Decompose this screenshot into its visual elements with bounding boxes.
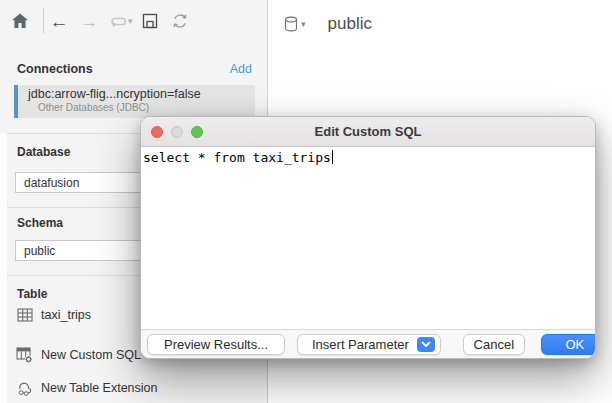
schema-value: public bbox=[24, 244, 55, 258]
back-button[interactable]: ← bbox=[44, 9, 74, 33]
sql-text: select * from taxi_trips bbox=[143, 150, 331, 165]
insert-parameter-menu-button[interactable] bbox=[417, 337, 435, 352]
add-connection-link[interactable]: Add bbox=[230, 62, 252, 76]
redo-icon bbox=[108, 12, 130, 30]
refresh-button[interactable] bbox=[165, 9, 195, 33]
dialog-titlebar[interactable]: Edit Custom SQL bbox=[141, 117, 595, 147]
insert-parameter-label: Insert Parameter bbox=[312, 337, 409, 352]
pane-edge-strip bbox=[0, 133, 7, 403]
traffic-lights bbox=[151, 117, 203, 146]
ok-label: OK bbox=[565, 337, 584, 352]
close-icon[interactable] bbox=[151, 126, 163, 138]
cancel-button[interactable]: Cancel bbox=[463, 334, 525, 355]
back-arrow-icon: ← bbox=[50, 12, 69, 31]
forward-button[interactable]: → bbox=[74, 9, 104, 33]
insert-parameter-button[interactable]: Insert Parameter bbox=[297, 334, 441, 355]
save-button[interactable] bbox=[135, 9, 165, 33]
preview-results-button[interactable]: Preview Results... bbox=[147, 334, 285, 355]
dropdown-caret-icon[interactable]: ▾ bbox=[128, 16, 133, 26]
zoom-icon[interactable] bbox=[191, 126, 203, 138]
preview-results-label: Preview Results... bbox=[164, 337, 268, 352]
table-grid-icon bbox=[16, 306, 33, 323]
new-table-extension[interactable]: New Table Extension bbox=[16, 379, 158, 396]
dialog-button-bar: Preview Results... Insert Parameter Canc… bbox=[141, 329, 595, 358]
table-extension-icon bbox=[16, 379, 33, 396]
forward-arrow-icon: → bbox=[80, 12, 99, 31]
connection-item[interactable]: jdbc:arrow-flig...ncryption=false Other … bbox=[14, 85, 255, 118]
edit-custom-sql-dialog: Edit Custom SQL select * from taxi_trips… bbox=[140, 116, 596, 359]
new-custom-sql-label: New Custom SQL bbox=[41, 348, 141, 362]
chevron-down-icon bbox=[421, 341, 431, 348]
home-icon bbox=[10, 11, 30, 31]
schema-header: ▾ public bbox=[284, 14, 372, 34]
connections-header: Connections Add bbox=[17, 62, 252, 76]
table-item-label: taxi_trips bbox=[41, 308, 91, 322]
table-item-taxi-trips[interactable]: taxi_trips bbox=[16, 306, 91, 323]
save-icon bbox=[141, 12, 159, 30]
database-caret-icon[interactable]: ▾ bbox=[301, 19, 306, 29]
new-custom-sql[interactable]: New Custom SQL bbox=[16, 346, 141, 363]
schema-label: Schema bbox=[17, 216, 63, 230]
minimize-icon[interactable] bbox=[171, 126, 183, 138]
connections-title: Connections bbox=[17, 62, 93, 76]
connection-type: Other Databases (JDBC) bbox=[38, 102, 201, 113]
toolbar: ← → ▾ bbox=[0, 6, 267, 36]
connection-text: jdbc:arrow-flig...ncryption=false Other … bbox=[18, 85, 201, 118]
database-label: Database bbox=[17, 145, 70, 159]
text-cursor bbox=[332, 150, 333, 164]
dialog-title: Edit Custom SQL bbox=[315, 124, 422, 139]
ok-button[interactable]: OK bbox=[541, 334, 596, 355]
schema-header-title: public bbox=[328, 14, 372, 34]
new-table-extension-label: New Table Extension bbox=[41, 381, 158, 395]
home-button[interactable] bbox=[9, 10, 31, 32]
connection-name: jdbc:arrow-flig...ncryption=false bbox=[28, 87, 201, 101]
database-cylinder-icon[interactable] bbox=[284, 16, 298, 33]
database-value: datafusion bbox=[24, 176, 79, 190]
cancel-label: Cancel bbox=[474, 337, 514, 352]
custom-sql-icon bbox=[16, 346, 33, 363]
refresh-icon bbox=[170, 11, 190, 31]
sql-editor[interactable]: select * from taxi_trips bbox=[141, 147, 595, 329]
table-label: Table bbox=[17, 287, 47, 301]
